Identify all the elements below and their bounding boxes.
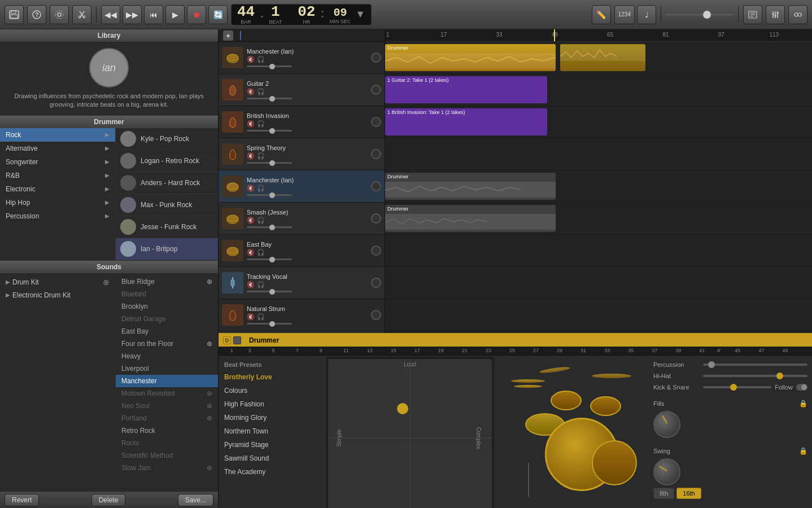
beat-preset-high-fashion[interactable]: High Fashion [219,397,325,411]
preset-add-icon[interactable]: ⊕ [207,278,212,286]
kit-item-drum[interactable]: ▶ Drum Kit ⊕ [0,275,115,289]
play-btn[interactable]: ▶ [165,5,185,24]
genre-item-songwriter[interactable]: Songwriter ▶ [0,155,115,169]
genre-item-rock[interactable]: Rock ▶ [0,128,115,142]
add-track-button[interactable]: + [223,30,233,41]
preset-detroit[interactable]: Detroit Garage [116,313,218,325]
lock-icon[interactable]: 🔒 [799,400,807,408]
drummer-item-jesse[interactable]: Jesse - Funk Rock [116,216,218,238]
track-pan-knob[interactable] [371,213,381,224]
settings-btn[interactable] [50,5,69,24]
delete-button[interactable]: Delete [91,494,126,506]
headphone-icon[interactable]: 🎧 [257,120,265,128]
track-fader[interactable] [247,194,292,196]
headphone-icon[interactable]: 🎧 [257,185,265,192]
genre-item-hiphop[interactable]: Hip Hop ▶ [0,196,115,209]
headphone-icon[interactable]: 🎧 [257,281,265,288]
mute-icon[interactable]: 🔇 [247,120,255,128]
kit-add-icon[interactable]: ⊕ [103,278,110,287]
mute-icon[interactable]: 🔇 [247,313,255,321]
genre-item-rnb[interactable]: R&B ▶ [0,169,115,182]
tuner-btn[interactable]: ♩ [637,5,656,24]
headphone-icon[interactable]: 🎧 [257,217,265,224]
preset-portland[interactable]: Portland ⊕ [116,412,218,424]
xy-dot[interactable] [397,403,408,414]
track-pan-knob[interactable] [371,52,381,63]
preset-four-on-floor[interactable]: Four on the Floor ⊕ [116,338,218,350]
headphone-icon[interactable]: 🎧 [257,152,265,160]
goto-start-btn[interactable]: ⏮ [144,5,163,24]
arr-region-guitar2[interactable]: 1 Guitar 2: Take 1 (2 takes) [385,76,547,103]
preset-retro-rock[interactable]: Retro Rock [116,424,218,437]
score-btn[interactable] [743,5,762,24]
drummer-item-logan[interactable]: Logan - Retro Rock [116,150,218,172]
track-pan-knob[interactable] [371,310,381,320]
mute-icon[interactable]: 🔇 [247,152,255,160]
rewind-btn[interactable]: ◀◀ [101,5,120,24]
preset-blue-ridge[interactable]: Blue Ridge ⊕ [116,275,218,288]
track-fader[interactable] [247,226,292,228]
revert-button[interactable]: Revert [5,494,39,506]
scissors-btn[interactable] [72,5,91,24]
record-btn[interactable]: ⏺ [187,5,206,24]
beat-xy-pad[interactable]: Loud Soft Simple Complex [328,359,492,508]
note-8th-button[interactable]: 8th [653,488,674,499]
track-pan-knob[interactable] [371,278,381,288]
headphone-icon[interactable]: 🎧 [257,313,265,321]
arr-region-british[interactable]: 1 British Invasion: Take 1 (2 takes) [385,108,547,135]
track-pan-knob[interactable] [371,149,381,159]
preset-liverpool[interactable]: Liverpool [116,362,218,375]
fast-forward-btn[interactable]: ▶▶ [123,5,142,24]
headphone-icon[interactable]: 🎧 [257,56,265,63]
fills-knob[interactable] [653,411,680,438]
arr-region-drummer-3[interactable]: Drummer [385,205,556,232]
headphone-icon[interactable]: 🎧 [257,249,265,256]
track-pan-knob[interactable] [371,246,381,256]
track-fader[interactable] [247,98,292,99]
preset-motown[interactable]: Motown Revisited ⊕ [116,387,218,400]
pencil-btn[interactable]: ✏️ [592,5,611,24]
preset-add-icon[interactable]: ⊕ [207,464,212,472]
preset-heavy[interactable]: Heavy [116,350,218,362]
preset-roots[interactable]: Roots [116,437,218,449]
drummer-item-anders[interactable]: Anders - Hard Rock [116,172,218,194]
track-pan-knob[interactable] [371,181,381,191]
follow-toggle[interactable] [796,384,807,391]
beat-preset-sawmill[interactable]: Sawmill Sound [219,452,325,465]
track-fader[interactable] [247,162,292,164]
beat-preset-brotherly-love[interactable]: Brotherly Love [219,370,325,384]
genre-item-alternative[interactable]: Alternative ▶ [0,142,115,155]
track-fader[interactable] [247,291,292,292]
beat-preset-northern-town[interactable]: Northern Town [219,424,325,438]
mute-icon[interactable]: 🔇 [247,185,255,192]
track-fader[interactable] [247,323,292,325]
mute-icon[interactable]: 🔇 [247,56,255,63]
track-fader[interactable] [247,259,292,260]
master-volume[interactable] [666,14,734,16]
preset-manchester[interactable]: Manchester [116,375,218,387]
cycle-btn[interactable]: 🔄 [208,5,228,24]
mute-icon[interactable]: 🔇 [247,281,255,288]
kit-item-electronic[interactable]: ▶ Electronic Drum Kit [0,289,115,301]
mute-icon[interactable]: 🔇 [247,88,255,95]
mute-icon[interactable]: 🔇 [247,249,255,256]
preset-bluebird[interactable]: Bluebird [116,288,218,300]
arr-region-drummer-2[interactable]: Drummer [385,173,556,200]
drummer-item-kyle[interactable]: Kyle - Pop Rock [116,128,218,150]
note-16th-button[interactable]: 16th [676,488,701,499]
hihat-slider[interactable] [703,375,807,377]
mute-icon[interactable]: 🔇 [247,217,255,224]
mixer-btn[interactable] [766,5,785,24]
beat-preset-the-academy[interactable]: The Academy [219,465,325,479]
drummer-item-max[interactable]: Max - Punk Rock [116,194,218,216]
percussion-slider[interactable] [703,364,807,366]
preset-add-icon[interactable]: ⊕ [207,414,212,422]
preset-neo-soul[interactable]: Neo Soul ⊕ [116,400,218,412]
genre-item-percussion[interactable]: Percussion ▶ [0,209,115,223]
save-btn[interactable] [5,5,24,24]
preset-add-icon[interactable]: ⊕ [207,389,212,397]
preset-brooklyn[interactable]: Brooklyn [116,300,218,313]
save-button[interactable]: Save... [178,494,213,506]
drummer-item-ian[interactable]: Ian - Britpop [116,238,218,260]
beat-preset-colours[interactable]: Colours [219,384,325,397]
